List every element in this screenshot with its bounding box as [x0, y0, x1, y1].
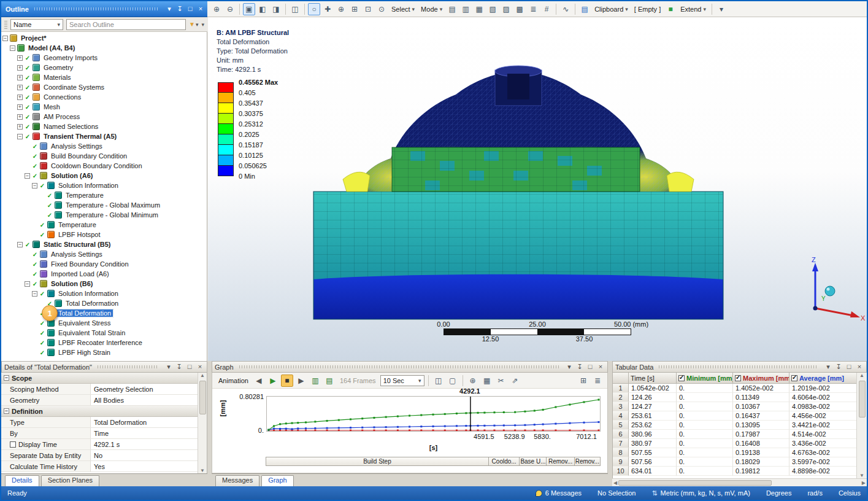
expand-toggle-icon[interactable]: −: [17, 134, 23, 139]
named-views-icon[interactable]: ◨: [270, 3, 282, 15]
tree-item-geometry-imports[interactable]: +✓Geometry Imports: [1, 53, 207, 63]
extend-menu[interactable]: Extend▾: [678, 6, 709, 13]
animation-label[interactable]: Animation: [216, 377, 251, 384]
float-window-icon[interactable]: □: [845, 362, 853, 371]
tree-item-total-deformation[interactable]: ✓Total Deformation: [1, 308, 207, 318]
tree-item-connections[interactable]: +✓Connections: [1, 92, 207, 102]
panel-drag-handle[interactable]: [34, 7, 159, 10]
column-header-time-s[interactable]: Time [s]: [629, 373, 677, 384]
mode-menu[interactable]: Mode▾: [418, 6, 445, 13]
tree-item-transient-thermal-a5[interactable]: −✓Transient Thermal (A5): [1, 131, 207, 141]
chevron-down-icon[interactable]: ▾: [165, 4, 174, 14]
checkbox-icon[interactable]: [678, 375, 685, 381]
isometric-view-icon[interactable]: ◧: [256, 3, 269, 15]
close-icon[interactable]: ×: [196, 362, 204, 371]
tree-item-total-deformation[interactable]: ✓Total Deformation: [1, 298, 207, 308]
checkbox-icon[interactable]: [10, 441, 16, 448]
close-icon[interactable]: ×: [196, 4, 205, 14]
chart-icon[interactable]: ∿: [559, 3, 572, 15]
histogram-icon[interactable]: ▦: [481, 375, 493, 387]
tree-item-project[interactable]: −Project*: [1, 33, 207, 43]
window-layout-icon[interactable]: ◫: [289, 3, 301, 15]
scroll-up-icon[interactable]: ▲: [200, 373, 205, 378]
status-messages[interactable]: 6 Messages: [536, 489, 582, 497]
annotation-icon[interactable]: ▨: [500, 3, 512, 15]
vertical-splitter[interactable]: [608, 361, 612, 486]
first-frame-icon[interactable]: ◀: [253, 375, 265, 387]
step-segment-remov[interactable]: Remov...: [547, 457, 574, 465]
tree-item-named-selections[interactable]: +✓Named Selections: [1, 122, 207, 131]
chevron-down-icon[interactable]: ▾: [164, 362, 173, 371]
legend-toggle-icon[interactable]: ▩: [513, 3, 526, 15]
status-celsius[interactable]: Celsius: [839, 489, 861, 497]
checkbox-icon[interactable]: [735, 375, 741, 381]
zoom-in-icon[interactable]: ⊕: [210, 3, 223, 15]
zoom-icon[interactable]: ⊕: [335, 3, 347, 15]
step-segment-cooldo[interactable]: Cooldo...: [489, 457, 520, 465]
close-icon[interactable]: ×: [855, 362, 864, 371]
zoom-graph-icon[interactable]: ⊕: [467, 375, 479, 387]
tree-item-am-process[interactable]: +✓AM Process: [1, 112, 207, 122]
status-rads[interactable]: rad/s: [807, 489, 822, 497]
pan-icon[interactable]: ✚: [321, 3, 334, 15]
outline-panel-header[interactable]: Outline ▾ ↧ □ ×: [1, 1, 207, 17]
tree-item-static-structural-b5[interactable]: −✓Static Structural (B5): [1, 239, 207, 249]
select-menu[interactable]: Select▾: [389, 6, 417, 13]
details-group-scope[interactable]: −Scope: [1, 373, 207, 384]
tree-item-geometry[interactable]: +✓Geometry: [1, 63, 207, 72]
table-row[interactable]: 7380.970.0.164083.436e-002: [613, 439, 867, 448]
expand-toggle-icon[interactable]: −: [25, 281, 30, 287]
tree-item-mesh[interactable]: +✓Mesh: [1, 102, 207, 112]
scroll-thumb[interactable]: [859, 381, 866, 418]
panel-drag-handle[interactable]: [659, 365, 818, 368]
checkbox-icon[interactable]: [791, 375, 797, 381]
geometry-viewport[interactable]: B: AM LPBF Structural Total Deformation …: [208, 17, 867, 361]
filter-icon[interactable]: ▼▾: [189, 21, 198, 28]
expand-toggle-icon[interactable]: +: [17, 104, 23, 110]
scroll-down-icon[interactable]: ▼: [200, 468, 205, 473]
step-segment-remov[interactable]: Remov...: [575, 457, 600, 465]
chevron-down-icon[interactable]: ▾: [824, 362, 832, 371]
tree-item-lpbf-recoater-interference[interactable]: ✓LPBF Recoater Interference: [1, 338, 207, 348]
drag-handle[interactable]: [4, 20, 7, 29]
expand-toggle-icon[interactable]: −: [10, 45, 15, 51]
float-window-icon[interactable]: □: [186, 4, 194, 14]
tree-item-temperature[interactable]: ✓Temperature: [1, 220, 207, 230]
details-value[interactable]: No: [91, 450, 207, 460]
zoom-to-fit-icon[interactable]: ▣: [243, 3, 255, 15]
look-at-icon[interactable]: ⊙: [375, 3, 388, 15]
step-segment-build-step[interactable]: Build Step: [266, 457, 489, 465]
chevron-down-icon[interactable]: ▾: [201, 21, 204, 28]
toolbar-overflow-icon[interactable]: ▾: [715, 3, 728, 15]
tree-item-lpbf-high-strain[interactable]: ✓LPBF High Strain: [1, 348, 207, 357]
expand-toggle-icon[interactable]: +: [17, 75, 23, 80]
close-icon[interactable]: ×: [596, 362, 605, 371]
play-icon[interactable]: ▶: [267, 375, 279, 387]
result-sets-icon[interactable]: ▥: [309, 375, 321, 387]
pin-icon[interactable]: ↧: [175, 4, 184, 14]
table-row[interactable]: 6380.960.0.179874.514e-002: [613, 430, 867, 439]
expand-toggle-icon[interactable]: +: [17, 124, 23, 130]
chevron-down-icon[interactable]: ▾: [565, 362, 574, 371]
tab-graph[interactable]: Graph: [261, 475, 294, 486]
export-icon[interactable]: ⇗: [509, 375, 521, 387]
expand-toggle-icon[interactable]: −: [17, 242, 23, 247]
tab-details[interactable]: Details: [5, 475, 39, 486]
pin-icon[interactable]: ↧: [575, 362, 584, 371]
tag-icon[interactable]: #: [540, 3, 553, 15]
expand-toggle-icon[interactable]: −: [2, 36, 8, 41]
tree-item-temperature-global-maximum[interactable]: ✓Temperature - Global Maximum: [1, 200, 207, 210]
float-window-icon[interactable]: □: [185, 362, 194, 371]
details-value[interactable]: Total Deformation: [91, 417, 207, 427]
tree-item-coordinate-systems[interactable]: +✓Coordinate Systems: [1, 82, 207, 92]
wireframe-icon[interactable]: ▤: [446, 3, 458, 15]
clipboard-icon[interactable]: ▤: [578, 3, 591, 15]
collapse-group-icon[interactable]: −: [4, 408, 9, 414]
model-3d[interactable]: [300, 65, 737, 325]
tree-item-temperature-global-minimum[interactable]: ✓Temperature - Global Minimum: [1, 210, 207, 220]
tab-messages[interactable]: Messages: [215, 475, 259, 486]
panel-drag-handle[interactable]: [98, 365, 159, 368]
tree-item-analysis-settings[interactable]: ✓Analysis Settings: [1, 249, 207, 259]
column-header-maximum-mm[interactable]: Maximum [mm]: [733, 373, 789, 384]
details-value[interactable]: Yes: [91, 461, 207, 472]
